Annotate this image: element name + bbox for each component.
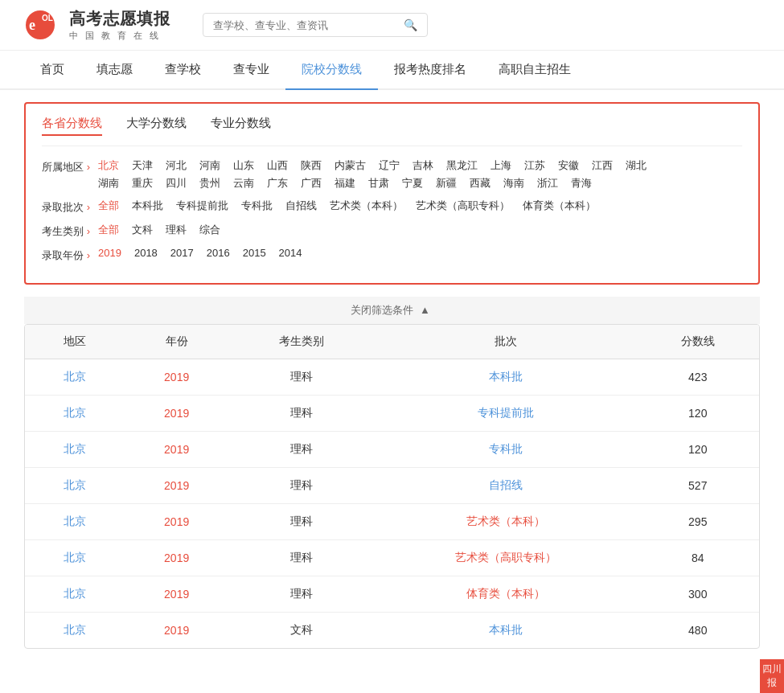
filter-value-2015[interactable]: 2015 — [243, 247, 266, 259]
filter-value-艺术类（高职专科）[interactable]: 艺术类（高职专科） — [416, 199, 510, 213]
filter-value-广西[interactable]: 广西 — [301, 176, 322, 191]
filter-value-广东[interactable]: 广东 — [267, 176, 288, 191]
filter-value-2014[interactable]: 2014 — [279, 247, 302, 259]
filter-value-贵州[interactable]: 贵州 — [199, 176, 220, 191]
filter-value-黑龙江[interactable]: 黑龙江 — [446, 158, 478, 173]
cell-type: 理科 — [229, 576, 375, 613]
filter-value-上海[interactable]: 上海 — [491, 158, 511, 173]
cell-type: 理科 — [229, 396, 375, 432]
filter-value-全部[interactable]: 全部 — [98, 223, 119, 237]
table-row: 北京2019理科艺术类（高职专科）84 — [25, 540, 759, 576]
filter-arrow: › — [87, 161, 90, 173]
filter-value-宁夏[interactable]: 宁夏 — [402, 176, 423, 191]
filter-value-2017[interactable]: 2017 — [170, 247, 194, 259]
cell-year: 2019 — [125, 576, 229, 613]
filter-tabs: 各省分数线大学分数线专业分数线 — [42, 116, 742, 146]
cell-type: 理科 — [229, 468, 375, 504]
filter-row-label-0: 所属地区 › — [42, 158, 98, 174]
col-分数线: 分数线 — [637, 325, 759, 359]
cell-region: 北京 — [25, 468, 125, 504]
filter-value-四川[interactable]: 四川 — [166, 176, 187, 191]
filter-value-新疆[interactable]: 新疆 — [436, 176, 457, 191]
cell-score: 295 — [637, 504, 759, 540]
filter-value-体育类（本科）[interactable]: 体育类（本科） — [523, 199, 596, 213]
filter-arrow: › — [87, 201, 90, 213]
cell-year: 2019 — [125, 432, 229, 468]
filter-value-北京[interactable]: 北京 — [98, 158, 119, 173]
nav-item-高职自主招生[interactable]: 高职自主招生 — [482, 51, 587, 88]
filter-tab-各省分数线[interactable]: 各省分数线 — [42, 116, 102, 136]
logo-text: 高考志愿填报 中 国 教 育 在 线 — [69, 8, 170, 42]
nav-item-首页[interactable]: 首页 — [24, 51, 80, 88]
table-row: 北京2019理科专科提前批120 — [25, 396, 759, 432]
filter-value-2018[interactable]: 2018 — [134, 247, 158, 259]
filter-value-山东[interactable]: 山东 — [233, 158, 254, 173]
filter-value-理科[interactable]: 理科 — [166, 223, 187, 237]
filter-row-3: 录取年份 ›201920182017201620152014 — [42, 247, 742, 263]
cell-score: 480 — [637, 613, 759, 649]
filter-value-山西[interactable]: 山西 — [267, 158, 288, 173]
cell-year: 2019 — [125, 504, 229, 540]
filter-value-福建[interactable]: 福建 — [335, 176, 355, 191]
filter-value-陕西[interactable]: 陕西 — [301, 158, 322, 173]
filter-value-湖北[interactable]: 湖北 — [626, 158, 646, 173]
filter-value-西藏[interactable]: 西藏 — [470, 176, 491, 191]
filter-row-label-2: 考生类别 › — [42, 223, 98, 239]
filter-value-天津[interactable]: 天津 — [132, 158, 153, 173]
filter-value-河北[interactable]: 河北 — [166, 158, 187, 173]
filter-row-2: 考生类别 ›全部文科理科综合 — [42, 223, 742, 239]
cell-batch: 专科批 — [375, 432, 637, 468]
cell-type: 理科 — [229, 540, 375, 576]
svg-text:e: e — [29, 17, 35, 33]
filter-value-甘肃[interactable]: 甘肃 — [368, 176, 389, 191]
filter-value-云南[interactable]: 云南 — [233, 176, 254, 191]
nav-item-填志愿[interactable]: 填志愿 — [80, 51, 149, 88]
logo-sub: 中 国 教 育 在 线 — [69, 30, 170, 42]
cell-batch: 自招线 — [375, 468, 637, 504]
table-header: 地区年份考生类别批次分数线 — [25, 325, 759, 359]
filter-value-湖南[interactable]: 湖南 — [98, 176, 119, 191]
filter-value-内蒙古[interactable]: 内蒙古 — [335, 158, 366, 173]
filter-tab-大学分数线[interactable]: 大学分数线 — [126, 116, 187, 136]
col-地区: 地区 — [25, 325, 125, 359]
cell-region: 北京 — [25, 396, 125, 432]
filter-value-海南[interactable]: 海南 — [503, 176, 524, 191]
filter-value-文科[interactable]: 文科 — [132, 223, 153, 237]
cell-region: 北京 — [25, 359, 125, 396]
nav-item-查学校[interactable]: 查学校 — [149, 51, 217, 88]
filter-value-专科批[interactable]: 专科批 — [241, 199, 273, 213]
filter-value-自招线[interactable]: 自招线 — [285, 199, 317, 213]
filter-value-本科批[interactable]: 本科批 — [132, 199, 163, 213]
filter-value-江苏[interactable]: 江苏 — [524, 158, 545, 173]
filter-value-河南[interactable]: 河南 — [199, 158, 220, 173]
filter-row-label-3: 录取年份 › — [42, 247, 98, 263]
table-row: 北京2019理科自招线527 — [25, 468, 759, 504]
table-row: 北京2019文科本科批480 — [25, 613, 759, 649]
filter-value-专科提前批[interactable]: 专科提前批 — [176, 199, 228, 213]
filter-value-综合[interactable]: 综合 — [199, 223, 220, 237]
nav-item-院校分数线[interactable]: 院校分数线 — [285, 51, 378, 90]
filter-value-2019[interactable]: 2019 — [98, 247, 121, 259]
filter-value-艺术类（本科）[interactable]: 艺术类（本科） — [330, 199, 403, 213]
filter-value-青海[interactable]: 青海 — [571, 176, 592, 191]
search-input[interactable] — [213, 19, 397, 31]
cell-score: 84 — [637, 540, 759, 576]
filter-box: 各省分数线大学分数线专业分数线 所属地区 ›北京天津河北河南山东山西陕西内蒙古辽… — [24, 102, 760, 285]
filter-value-辽宁[interactable]: 辽宁 — [379, 158, 400, 173]
filter-value-全部[interactable]: 全部 — [98, 199, 119, 213]
filter-value-吉林[interactable]: 吉林 — [413, 158, 433, 173]
table-header-row: 地区年份考生类别批次分数线 — [25, 325, 759, 359]
svg-text:OL: OL — [42, 14, 53, 23]
filter-value-安徽[interactable]: 安徽 — [558, 158, 579, 173]
filter-value-浙江[interactable]: 浙江 — [537, 176, 558, 191]
search-bar[interactable]: 🔍 — [203, 13, 428, 37]
filter-value-2016[interactable]: 2016 — [207, 247, 230, 259]
filter-row-label-1: 录取批次 › — [42, 199, 98, 215]
filter-value-江西[interactable]: 江西 — [592, 158, 613, 173]
nav-item-查专业[interactable]: 查专业 — [217, 51, 285, 88]
nav-item-报考热度排名[interactable]: 报考热度排名 — [378, 51, 482, 88]
close-filter-button[interactable]: 关闭筛选条件 ▲ — [24, 297, 760, 324]
cell-type: 理科 — [229, 504, 375, 540]
filter-tab-专业分数线[interactable]: 专业分数线 — [211, 116, 271, 136]
filter-value-重庆[interactable]: 重庆 — [132, 176, 153, 191]
